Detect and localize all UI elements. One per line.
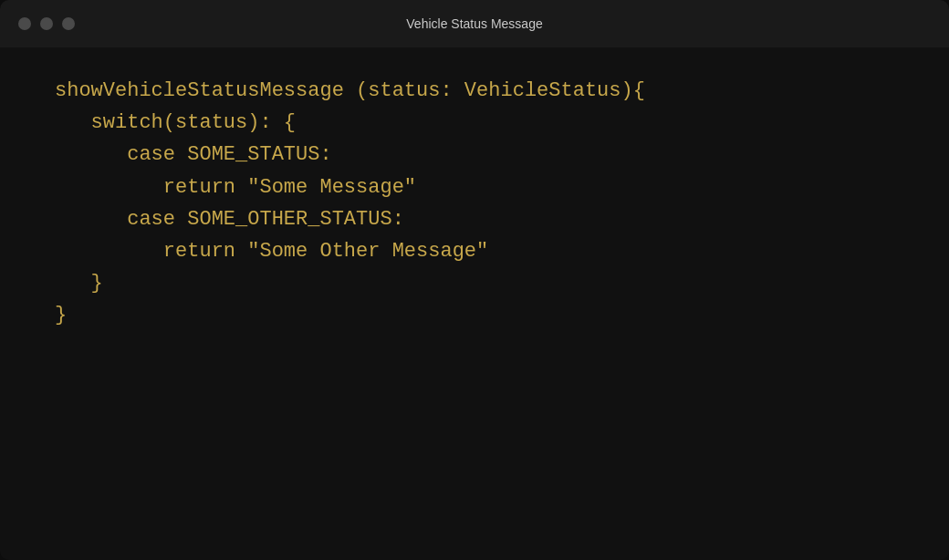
maximize-button[interactable]: [62, 17, 75, 30]
title-bar: Vehicle Status Message: [0, 0, 949, 47]
code-display: showVehicleStatusMessage (status: Vehicl…: [0, 47, 949, 560]
code-line: }: [55, 299, 894, 331]
code-line: switch(status): {: [55, 107, 894, 139]
code-line: showVehicleStatusMessage (status: Vehicl…: [55, 75, 894, 107]
code-line: case SOME_STATUS:: [55, 139, 894, 171]
minimize-button[interactable]: [40, 17, 53, 30]
app-window: Vehicle Status Message showVehicleStatus…: [0, 0, 949, 560]
code-line: case SOME_OTHER_STATUS:: [55, 203, 894, 235]
code-line: return "Some Other Message": [55, 235, 894, 267]
window-controls: [18, 17, 75, 30]
window-title: Vehicle Status Message: [406, 16, 542, 31]
code-line: return "Some Message": [55, 171, 894, 203]
close-button[interactable]: [18, 17, 31, 30]
code-line: }: [55, 267, 894, 299]
